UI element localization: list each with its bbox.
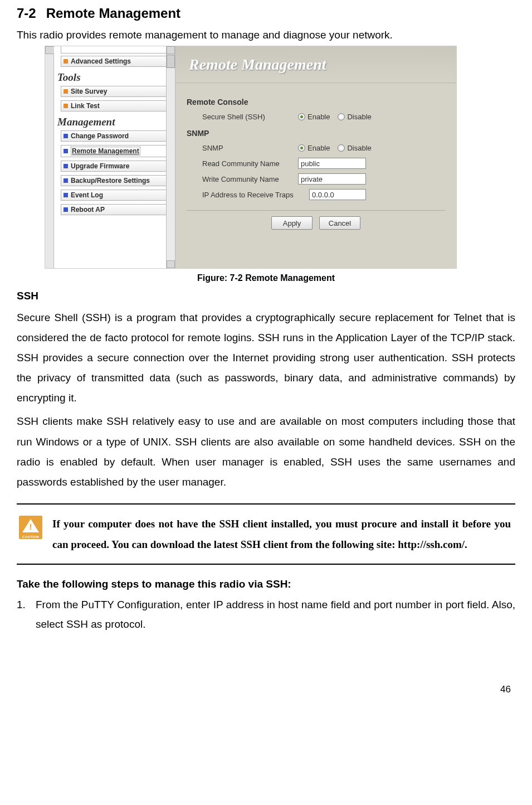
section-heading: 7-2 Remote Management	[17, 6, 515, 21]
sidebar-item-label: Backup/Restore Settings	[71, 177, 150, 185]
group-snmp: SNMP	[187, 129, 445, 138]
sidebar-item-upgrade-firmware[interactable]: Upgrade Firmware	[61, 161, 168, 172]
page-number: 46	[17, 684, 515, 695]
bullet-icon	[64, 178, 68, 183]
bullet-icon	[64, 149, 68, 153]
caution-text: If your computer does not have the SSH c…	[52, 513, 511, 555]
sidebar-item-site-survey[interactable]: Site Survey	[61, 86, 168, 97]
intro-text: This radio provides remote management to…	[17, 29, 515, 41]
caution-label: CAUTION	[22, 535, 39, 539]
sidebar-item-label: Event Log	[71, 191, 103, 199]
sidebar-item-link-test[interactable]: Link Test	[61, 100, 168, 111]
sidebar-item-backup-restore[interactable]: Backup/Restore Settings	[61, 175, 168, 186]
step-1: 1. From the PuTTY Configuration, enter I…	[17, 595, 515, 634]
apply-button[interactable]: Apply	[271, 216, 313, 230]
row-write-community: Write Community Name	[187, 171, 445, 187]
sidebar-item-remote-management[interactable]: Remote Management	[61, 145, 168, 157]
content-pane: Remote Management Remote Console Secure …	[175, 46, 456, 268]
bullet-icon	[64, 104, 68, 108]
bullet-icon	[64, 89, 68, 94]
step-number: 1.	[17, 595, 36, 634]
row-snmp: SNMP Enable Disable	[187, 140, 445, 156]
scroll-up-icon[interactable]	[167, 46, 175, 54]
sidebar-item-label: Upgrade Firmware	[71, 162, 129, 170]
ssh-paragraph-1: Secure Shell (SSH) is a program that pro…	[17, 308, 515, 408]
content-body: Remote Console Secure Shell (SSH) Enable…	[175, 83, 456, 237]
scroll-down-icon[interactable]	[167, 260, 175, 268]
radio-icon	[338, 113, 345, 120]
read-community-input[interactable]	[298, 158, 366, 169]
left-scrollbar[interactable]	[45, 46, 54, 268]
radio-icon	[298, 113, 305, 120]
snmp-enable-radio[interactable]: Enable	[298, 144, 330, 152]
snmp-label: SNMP	[202, 144, 298, 152]
sidebar-group-tools: Tools	[57, 71, 172, 84]
content-title: Remote Management	[175, 46, 456, 83]
radio-label: Enable	[308, 144, 330, 152]
radio-label: Disable	[347, 113, 371, 121]
scroll-thumb[interactable]	[167, 55, 175, 68]
sidebar-item-label: Remote Management	[71, 147, 140, 156]
bullet-icon	[64, 134, 68, 138]
ssh-heading: SSH	[17, 290, 515, 302]
step-text: From the PuTTY Configuration, enter IP a…	[36, 595, 515, 634]
sidebar-group-management: Management	[57, 116, 172, 128]
row-read-community: Read Community Name	[187, 156, 445, 171]
steps-heading: Take the following steps to manage this …	[17, 578, 515, 590]
sidebar: Advanced Settings Tools Site Survey Link…	[54, 46, 175, 268]
group-remote-console: Remote Console	[187, 98, 445, 106]
sidebar-item-change-password[interactable]: Change Password	[61, 130, 168, 142]
bullet-icon	[64, 193, 68, 197]
radio-icon	[298, 144, 305, 152]
sidebar-item-label: Change Password	[71, 132, 129, 140]
row-ssh: Secure Shell (SSH) Enable Disable	[187, 109, 445, 124]
bullet-icon	[64, 164, 68, 168]
sidebar-item-label: Advanced Settings	[71, 57, 131, 65]
read-community-label: Read Community Name	[202, 159, 298, 168]
sidebar-item-label: Link Test	[71, 102, 100, 110]
section-title: Remote Management	[46, 6, 180, 21]
caution-block: CAUTION If your computer does not have t…	[17, 503, 515, 565]
trap-ip-label: IP Address to Receive Traps	[202, 191, 309, 199]
ssh-paragraph-2: SSH clients make SSH relatively easy to …	[17, 411, 515, 492]
screenshot-container: Advanced Settings Tools Site Survey Link…	[45, 46, 515, 269]
bullet-icon	[64, 59, 68, 64]
sidebar-item-advanced-settings[interactable]: Advanced Settings	[61, 56, 168, 67]
steps-list: 1. From the PuTTY Configuration, enter I…	[17, 595, 515, 634]
cancel-button[interactable]: Cancel	[319, 216, 360, 230]
figure-caption: Figure: 7-2 Remote Management	[17, 273, 515, 283]
radio-icon	[338, 144, 345, 152]
sidebar-item-label: Site Survey	[71, 88, 107, 95]
section-number: 7-2	[17, 6, 36, 21]
sidebar-scrollbar[interactable]	[166, 46, 175, 268]
sidebar-item-reboot-ap[interactable]: Reboot AP	[61, 204, 168, 215]
radio-label: Enable	[308, 113, 330, 121]
caution-icon: CAUTION	[19, 516, 42, 539]
ssh-disable-radio[interactable]: Disable	[338, 113, 371, 121]
row-trap-ip: IP Address to Receive Traps	[187, 187, 445, 202]
write-community-input[interactable]	[298, 173, 366, 185]
ssh-enable-radio[interactable]: Enable	[298, 113, 330, 121]
sidebar-item-event-log[interactable]: Event Log	[61, 190, 168, 201]
trap-ip-input[interactable]	[309, 189, 366, 200]
write-community-label: Write Community Name	[202, 175, 298, 183]
sidebar-item-label: Reboot AP	[71, 206, 105, 214]
button-row: Apply Cancel	[187, 216, 445, 230]
bullet-icon	[64, 207, 68, 212]
sidebar-item-cutoff[interactable]	[61, 46, 168, 54]
ssh-label: Secure Shell (SSH)	[202, 113, 298, 121]
divider	[187, 210, 445, 211]
screenshot: Advanced Settings Tools Site Survey Link…	[45, 46, 457, 269]
snmp-disable-radio[interactable]: Disable	[338, 144, 371, 152]
radio-label: Disable	[347, 144, 371, 152]
